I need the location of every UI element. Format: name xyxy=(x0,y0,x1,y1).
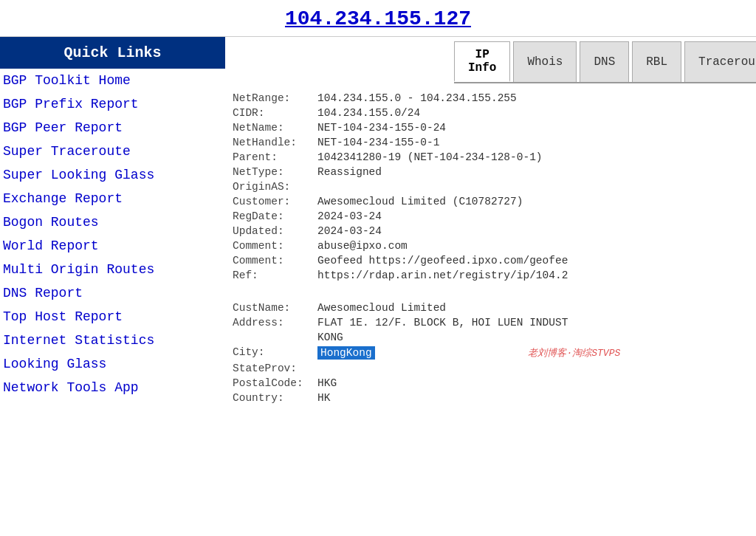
table-row: Customer:Awesomecloud Limited (C10782727… xyxy=(230,194,756,209)
table-row: RegDate:2024-03-24 xyxy=(230,209,756,224)
table-row: CustName:Awesomecloud Limited xyxy=(230,300,756,315)
field-label: NetRange: xyxy=(230,91,315,106)
field-label: PostalCode: xyxy=(230,376,315,391)
sidebar-link-bgp-prefix-report[interactable]: BGP Prefix Report xyxy=(0,92,225,116)
field-value: abuse@ipxo.com xyxy=(315,238,756,253)
sidebar-link-bogon-routes[interactable]: Bogon Routes xyxy=(0,210,225,234)
table-row: NetRange:104.234.155.0 - 104.234.155.255 xyxy=(230,91,756,106)
table-row: PostalCode:HKG xyxy=(230,376,756,391)
field-label: Customer: xyxy=(230,194,315,209)
content-area: NetRange:104.234.155.0 - 104.234.155.255… xyxy=(225,83,756,413)
field-value: 104.234.155.0/24 xyxy=(315,106,756,120)
table-row: Comment:Geofeed https://geofeed.ipxo.com… xyxy=(230,253,756,268)
sidebar: Quick Links BGP Toolkit HomeBGP Prefix R… xyxy=(0,37,225,524)
field-value: NET-104-234-155-0-1 xyxy=(315,135,756,150)
field-value: https://rdap.arin.net/registry/ip/104.2 xyxy=(315,268,756,283)
field-value: KONG xyxy=(315,330,756,345)
info-table-section1: NetRange:104.234.155.0 - 104.234.155.255… xyxy=(230,91,756,405)
table-row: Address:FLAT 1E. 12/F. BLOCK B, HOI LUEN… xyxy=(230,315,756,330)
field-label: NetHandle: xyxy=(230,135,315,150)
field-value: 1042341280-19 (NET-104-234-128-0-1) xyxy=(315,150,756,165)
table-row: StateProv: xyxy=(230,361,756,376)
sidebar-link-multi-origin-routes[interactable]: Multi Origin Routes xyxy=(0,258,225,281)
table-row: OriginAS: xyxy=(230,179,756,194)
sidebar-header: Quick Links xyxy=(0,37,225,69)
field-label: CustName: xyxy=(230,300,315,315)
table-row: Country:HK xyxy=(230,391,756,405)
table-row: CIDR:104.234.155.0/24 xyxy=(230,106,756,120)
field-label: Comment: xyxy=(230,253,315,268)
field-label: NetName: xyxy=(230,120,315,135)
field-value: Awesomecloud Limited (C10782727) xyxy=(315,194,756,209)
field-label xyxy=(230,330,315,345)
field-value xyxy=(315,361,756,376)
tab-whois[interactable]: Whois xyxy=(513,41,577,82)
field-label: NetType: xyxy=(230,165,315,179)
ip-address-link[interactable]: 104.234.155.127 xyxy=(285,7,471,30)
field-label: StateProv: xyxy=(230,361,315,376)
tab-ip-info[interactable]: IP Info xyxy=(454,41,510,82)
highlighted-city: HongKong xyxy=(317,346,375,360)
sidebar-link-dns-report[interactable]: DNS Report xyxy=(0,281,225,305)
sidebar-link-world-report[interactable]: World Report xyxy=(0,234,225,258)
field-label: Country: xyxy=(230,391,315,405)
table-row: NetType:Reassigned xyxy=(230,165,756,179)
table-row: Comment:abuse@ipxo.com xyxy=(230,238,756,253)
field-value: Reassigned xyxy=(315,165,756,179)
field-value: NET-104-234-155-0-24 xyxy=(315,120,756,135)
sidebar-link-looking-glass[interactable]: Looking Glass xyxy=(0,352,225,376)
sidebar-link-bgp-toolkit-home[interactable]: BGP Toolkit Home xyxy=(0,69,225,92)
table-row: KONG xyxy=(230,330,756,345)
header: 104.234.155.127 xyxy=(0,0,756,37)
table-row: NetHandle:NET-104-234-155-0-1 xyxy=(230,135,756,150)
sidebar-link-internet-statistics[interactable]: Internet Statistics xyxy=(0,329,225,352)
tab-rbl[interactable]: RBL xyxy=(632,41,681,82)
table-row: Ref:https://rdap.arin.net/registry/ip/10… xyxy=(230,268,756,283)
watermark-text: 老刘博客·淘综STVPS xyxy=(523,348,621,359)
field-value: HK xyxy=(315,391,756,405)
table-row: Updated:2024-03-24 xyxy=(230,224,756,238)
nav-tabs: IP InfoWhoisDNSRBLTraceroute xyxy=(454,37,756,83)
tab-traceroute[interactable]: Traceroute xyxy=(684,41,756,82)
sidebar-link-super-looking-glass[interactable]: Super Looking Glass xyxy=(0,163,225,187)
field-value xyxy=(315,179,756,194)
field-value: 2024-03-24 xyxy=(315,224,756,238)
table-row: City:HongKong 老刘博客·淘综STVPS xyxy=(230,345,756,361)
sidebar-link-bgp-peer-report[interactable]: BGP Peer Report xyxy=(0,116,225,140)
sidebar-link-network-tools-app[interactable]: Network Tools App xyxy=(0,376,225,399)
field-label: OriginAS: xyxy=(230,179,315,194)
field-value: Geofeed https://geofeed.ipxo.com/geofee xyxy=(315,253,756,268)
sidebar-link-exchange-report[interactable]: Exchange Report xyxy=(0,187,225,210)
field-label: Comment: xyxy=(230,238,315,253)
sidebar-links: BGP Toolkit HomeBGP Prefix ReportBGP Pee… xyxy=(0,69,225,399)
field-label: Updated: xyxy=(230,224,315,238)
tab-dns[interactable]: DNS xyxy=(580,41,629,82)
table-row: NetName:NET-104-234-155-0-24 xyxy=(230,120,756,135)
field-value: 104.234.155.0 - 104.234.155.255 xyxy=(315,91,756,106)
sidebar-link-top-host-report[interactable]: Top Host Report xyxy=(0,305,225,329)
field-value: 2024-03-24 xyxy=(315,209,756,224)
field-label: RegDate: xyxy=(230,209,315,224)
field-value: HongKong 老刘博客·淘综STVPS xyxy=(315,345,756,361)
field-label: Ref: xyxy=(230,268,315,283)
field-label: Parent: xyxy=(230,150,315,165)
field-value: Awesomecloud Limited xyxy=(315,300,756,315)
field-label: City: xyxy=(230,345,315,361)
sidebar-link-super-traceroute[interactable]: Super Traceroute xyxy=(0,140,225,163)
field-label: Address: xyxy=(230,315,315,330)
field-value: HKG xyxy=(315,376,756,391)
table-row: Parent:1042341280-19 (NET-104-234-128-0-… xyxy=(230,150,756,165)
field-label: CIDR: xyxy=(230,106,315,120)
field-value: FLAT 1E. 12/F. BLOCK B, HOI LUEN INDUST xyxy=(315,315,756,330)
